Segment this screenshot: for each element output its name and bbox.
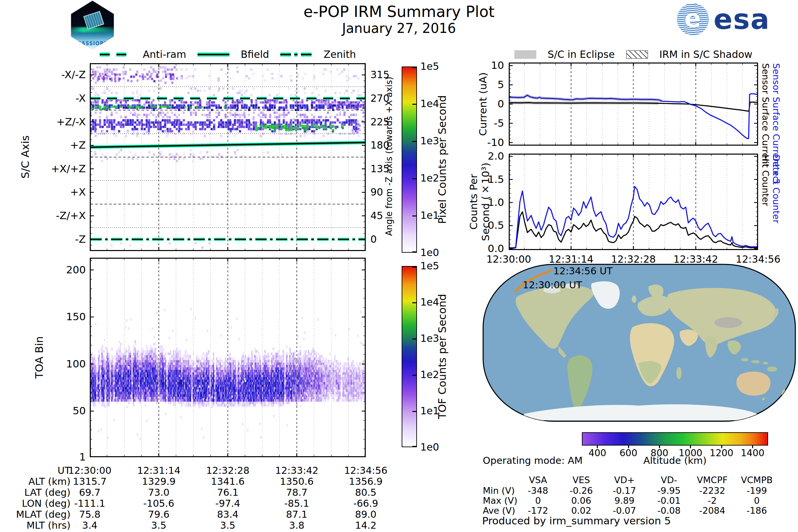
- shadow-label: IRM in S/C Shadow: [659, 49, 753, 60]
- current-line-chart: [509, 62, 758, 146]
- angle-tick-label: 315: [370, 69, 390, 80]
- ephemeris-value: 3.4: [53, 520, 126, 531]
- toa-tick-label: 1: [50, 451, 86, 463]
- eclipse-legend: S/C in Eclipse IRM in S/C Shadow: [509, 49, 758, 60]
- altitude-colorbar: [582, 432, 768, 445]
- counts-line-chart: [509, 154, 758, 250]
- ephemeris-value: 73.0: [122, 487, 195, 498]
- anti-ram-line-sample-icon: [100, 53, 132, 57]
- track-start-time-label: 12:30:00 UT: [523, 279, 582, 291]
- ephemeris-value: 12:34:56: [329, 465, 402, 476]
- toa-bin-ylabel: TOA Bin: [33, 336, 45, 378]
- ephemeris-value: 79.6: [122, 509, 195, 520]
- ephemeris-value: 3.5: [122, 520, 195, 531]
- ephemeris-value: 12:33:42: [260, 465, 334, 476]
- ephemeris-value: 1315.7: [53, 476, 126, 487]
- counts-ytick-label: 0.0: [472, 242, 504, 254]
- produced-by: Produced by irm_summary version 5: [482, 515, 671, 527]
- altitude-tick-label: 400: [583, 448, 612, 458]
- ephemeris-value: 87.1: [260, 509, 334, 520]
- shadow-swatch-icon: [626, 50, 648, 59]
- angle-tick-label: 135: [370, 163, 390, 174]
- toa-tick-label: 100: [50, 358, 86, 370]
- current-ytick-label: -10: [462, 136, 504, 148]
- time-tick-label: 12:31:14: [541, 253, 601, 265]
- ephemeris-value: 76.1: [191, 487, 264, 498]
- ephemeris-value: -85.1: [260, 498, 334, 509]
- pixel-colorbar-tick: 1e5: [420, 60, 439, 72]
- voltage-col-header: VCMPB: [727, 475, 787, 485]
- toa-tick-label: 50: [50, 405, 86, 417]
- altitude-tick-mark: [628, 445, 629, 448]
- time-tick-label: 12:33:42: [666, 253, 726, 265]
- esa-e-glyph: e: [684, 4, 701, 33]
- voltage-value: -186: [727, 506, 787, 516]
- ephemeris-value: 14.2: [329, 520, 402, 531]
- angle-tick-label: 180: [370, 139, 390, 151]
- esa-wordmark: esa: [714, 5, 770, 33]
- toa-tick-label: 200: [50, 264, 86, 276]
- axis-spectrogram-heatmap: [90, 63, 366, 251]
- colorbar-tick-mark: [412, 215, 416, 216]
- irm-summary-page: CASSIOPE e-POP IRM Summary Plot January …: [0, 0, 798, 532]
- tof-colorbar-tick: 1e1: [420, 405, 439, 417]
- ephemeris-value: 78.7: [260, 487, 334, 498]
- eclipse-label: S/C in Eclipse: [548, 49, 615, 60]
- altitude-tick-mark: [597, 445, 598, 448]
- tof-colorbar-tick: 1e4: [420, 296, 439, 308]
- hit-counter-label: Hit Counter: [761, 155, 770, 206]
- colorbar-tick-mark: [412, 267, 416, 268]
- altitude-tick-label: 800: [644, 448, 674, 458]
- bfield-label: Bfield: [241, 49, 269, 60]
- sc-axis-tick-label: -Z: [33, 233, 86, 245]
- time-tick-label: 12:34:56: [728, 253, 788, 265]
- angle-tick-label: 270: [370, 92, 390, 104]
- pixel-colorbar-tick: 1e3: [420, 135, 439, 147]
- ephemeris-value: 3.8: [260, 520, 334, 531]
- toa-spectrogram-heatmap: [90, 258, 366, 457]
- altitude-tick-label: 600: [613, 448, 643, 458]
- anti-ram-label: Anti-ram: [143, 49, 186, 60]
- current-ytick-label: 5: [462, 78, 504, 91]
- colorbar-tick-mark: [412, 141, 416, 142]
- counts-ytick-label: 1.5: [472, 173, 504, 185]
- track-end-time-label: 12:34:56 UT: [553, 265, 612, 277]
- tof-colorbar-label: TOF Counts per Second: [436, 294, 449, 419]
- altitude-tick-label: 1000: [676, 448, 706, 458]
- sensor-surface-current-label: Sensor Surface Current: [761, 63, 770, 168]
- zenith-label: Zenith: [324, 49, 356, 60]
- detect-counter-label: Detect Counter: [772, 155, 781, 224]
- ephemeris-value: 3.5: [191, 520, 264, 531]
- colorbar-tick-mark: [412, 339, 416, 340]
- altitude-tick-mark: [690, 445, 691, 448]
- time-tick-label: 12:32:28: [604, 253, 663, 265]
- ephemeris-value: 80.5: [329, 487, 402, 498]
- esa-globe-icon: e: [677, 3, 709, 35]
- ephemeris-value: 12:31:14: [122, 465, 195, 476]
- angle-tick-label: 90: [370, 186, 383, 198]
- sc-axis-tick-label: +X: [33, 186, 86, 198]
- current-ytick-label: -5: [462, 117, 504, 129]
- toa-tick-label: 150: [50, 310, 86, 323]
- zenith-line-sample-icon: [280, 53, 312, 57]
- sc-axis-ylabel: S/C Axis: [19, 135, 32, 178]
- ephemeris-value: 83.4: [191, 509, 264, 520]
- ephemeris-value: -66.9: [329, 498, 402, 509]
- colorbar-tick-mark: [412, 104, 416, 105]
- ephemeris-value: -111.1: [53, 498, 126, 509]
- bfield-line-sample-icon: [197, 53, 229, 57]
- pixel-colorbar-tick: 1e4: [420, 98, 439, 109]
- pixel-counts-colorbar: [402, 66, 417, 253]
- altitude-tick-label: 1400: [738, 448, 767, 458]
- tof-colorbar-tick: 1e5: [420, 260, 439, 272]
- orientation-legend: Anti-ram Bfield Zenith: [90, 49, 366, 60]
- angle-tick-label: 225: [370, 116, 390, 128]
- counts-ytick-label: 1.0: [472, 196, 504, 208]
- pixel-colorbar-tick: 1e0: [420, 247, 439, 258]
- current-ytick-label: 10: [462, 59, 504, 71]
- angle-tick-label: 0: [370, 233, 377, 245]
- ephemeris-value: 69.7: [53, 487, 126, 498]
- colorbar-tick-mark: [412, 302, 416, 303]
- ephemeris-value: -105.6: [122, 498, 195, 509]
- altitude-tick-mark: [752, 445, 753, 448]
